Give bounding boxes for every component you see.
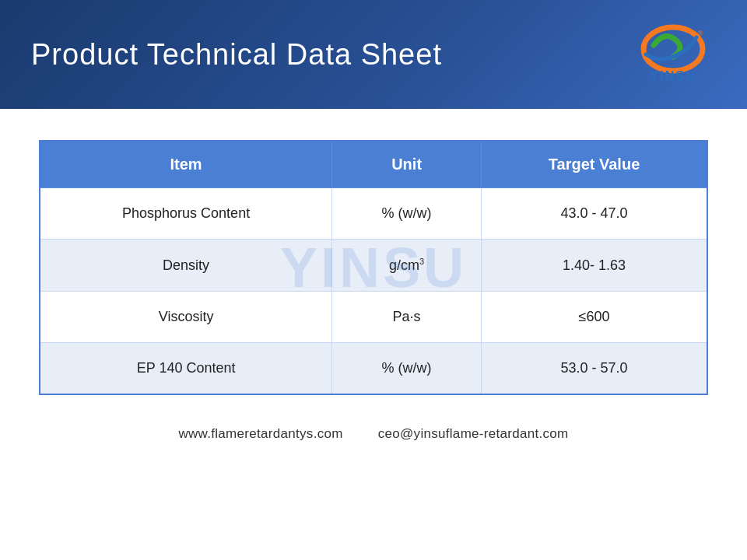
- table-row: Densityg/cm31.40- 1.63: [40, 240, 707, 292]
- col-header-item: Item: [40, 141, 332, 188]
- footer-email: ceo@yinsuflame-retardant.com: [378, 426, 569, 441]
- cell-item: Viscosity: [40, 292, 332, 343]
- cell-item: Density: [40, 240, 332, 292]
- svg-point-0: [644, 27, 703, 71]
- page-header: Product Technical Data Sheet YINSU ®: [0, 0, 747, 109]
- col-header-unit: Unit: [332, 141, 482, 188]
- data-table: Item Unit Target Value Phosphorus Conten…: [39, 140, 708, 395]
- table-row: ViscosityPa·s≤600: [40, 292, 707, 343]
- page-title: Product Technical Data Sheet: [31, 38, 442, 72]
- col-header-target: Target Value: [482, 141, 707, 188]
- cell-target: ≤600: [482, 292, 707, 343]
- cell-target: 1.40- 1.63: [482, 240, 707, 292]
- footer-website: www.flameretardantys.com: [178, 426, 342, 441]
- cell-unit: Pa·s: [332, 292, 482, 343]
- table-row: Phosphorus Content% (w/w)43.0 - 47.0: [40, 188, 707, 240]
- yinsu-logo: YINSU ®: [630, 22, 716, 88]
- cell-item: EP 140 Content: [40, 343, 332, 395]
- cell-target: 53.0 - 57.0: [482, 343, 707, 395]
- table-header-row: Item Unit Target Value: [40, 141, 707, 188]
- cell-unit: % (w/w): [332, 343, 482, 395]
- footer: www.flameretardantys.com ceo@yinsuflame-…: [163, 426, 584, 442]
- table-row: EP 140 Content% (w/w)53.0 - 57.0: [40, 343, 707, 395]
- cell-target: 43.0 - 47.0: [482, 188, 707, 240]
- table-wrapper: YINSU Item Unit Target Value Phosphorus …: [39, 140, 708, 395]
- main-content: YINSU Item Unit Target Value Phosphorus …: [0, 109, 747, 457]
- svg-text:YINSU: YINSU: [651, 69, 696, 82]
- cell-item: Phosphorus Content: [40, 188, 332, 240]
- svg-text:®: ®: [698, 30, 703, 37]
- logo-container: YINSU ®: [630, 22, 716, 88]
- cell-unit: % (w/w): [332, 188, 482, 240]
- cell-unit: g/cm3: [332, 240, 482, 292]
